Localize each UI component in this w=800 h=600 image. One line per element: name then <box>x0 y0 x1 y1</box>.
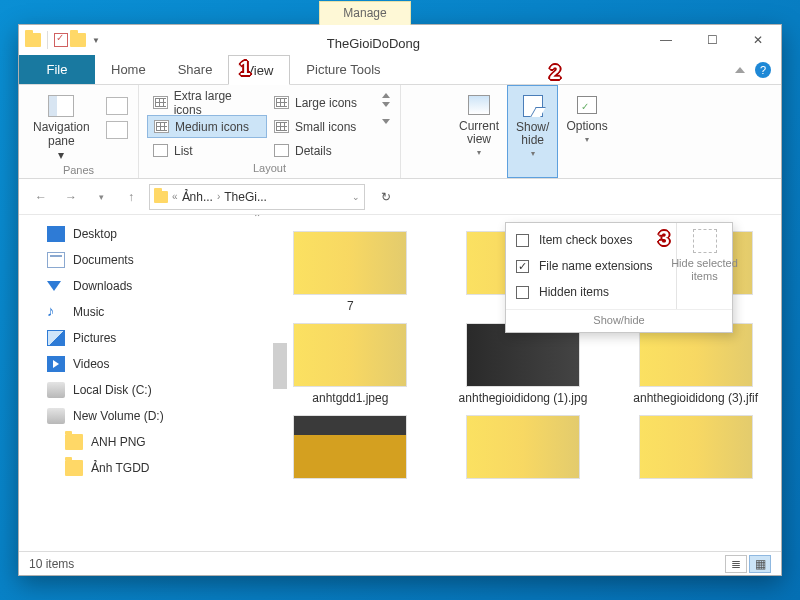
sidebar-item-documents[interactable]: Documents <box>43 247 264 273</box>
show-hide-button[interactable]: Show/ hide ▾ <box>507 85 558 178</box>
current-view-icon <box>467 93 491 117</box>
address-folder-icon <box>154 191 168 203</box>
collapse-ribbon-icon[interactable] <box>735 67 745 73</box>
layout-scroll-up-icon[interactable] <box>382 93 390 98</box>
sidebar-item-videos[interactable]: Videos <box>43 351 264 377</box>
current-view-button[interactable]: Current view ▾ <box>451 85 507 178</box>
address-bar[interactable]: « Ảnh... › TheGi... ⌄ <box>149 184 365 210</box>
sidebar-item-downloads[interactable]: Downloads <box>43 273 264 299</box>
sidebar-item-pictures[interactable]: Pictures <box>43 325 264 351</box>
file-item[interactable] <box>452 415 595 479</box>
view-thumbs-button[interactable]: ▦ <box>749 555 771 573</box>
show-hide-dropdown: Item check boxes ✓File name extensions H… <box>505 222 733 333</box>
callout-3: 3 <box>651 224 677 254</box>
layout-more-icon[interactable] <box>382 119 390 124</box>
file-item[interactable]: anhthegioididong (1).jpg <box>452 323 595 405</box>
help-icon[interactable]: ? <box>755 62 771 78</box>
options-button[interactable]: ✓ Options ▾ <box>558 85 615 178</box>
tab-file[interactable]: File <box>19 55 95 84</box>
details-pane-icon[interactable] <box>106 121 128 139</box>
refresh-button[interactable]: ↻ <box>371 184 401 210</box>
sidebar-item-newvolume[interactable]: New Volume (D:) <box>43 403 264 429</box>
download-icon <box>47 278 65 294</box>
qat-properties-icon[interactable] <box>54 33 68 47</box>
layout-medium[interactable]: Medium icons <box>147 115 267 138</box>
layout-scroll-down-icon[interactable] <box>382 102 390 107</box>
up-button[interactable]: ↑ <box>119 185 143 209</box>
tab-home[interactable]: Home <box>95 55 162 84</box>
window-title: TheGioiDoDong <box>104 30 643 51</box>
group-label-panes: Panes <box>27 164 130 178</box>
breadcrumb-seg[interactable]: TheGi... <box>224 190 267 204</box>
recent-dropdown[interactable]: ▾ <box>89 185 113 209</box>
show-hide-icon <box>521 94 545 118</box>
navigation-pane-button[interactable]: Navigation pane ▾ <box>27 93 96 164</box>
sidebar-scroll-up-icon[interactable]: ⌃ <box>250 215 264 227</box>
sidebar-item-music[interactable]: ♪Music <box>43 299 264 325</box>
minimize-button[interactable]: — <box>643 25 689 55</box>
sidebar-item-desktop[interactable]: Desktop <box>43 221 264 247</box>
preview-pane-icon[interactable] <box>106 97 128 115</box>
navigation-tree: ⌃ Desktop Documents Downloads ♪Music Pic… <box>19 215 265 555</box>
layout-list[interactable]: List <box>147 139 267 162</box>
view-details-button[interactable]: ≣ <box>725 555 747 573</box>
hide-selected-button[interactable]: Hide selected items <box>676 223 732 309</box>
file-item[interactable] <box>624 415 767 479</box>
callout-2: 2 <box>542 58 568 88</box>
file-item[interactable]: anhthegioididong (3).jfif <box>624 323 767 405</box>
tab-share[interactable]: Share <box>162 55 229 84</box>
sidebar-item-anhpng[interactable]: ANH PNG <box>43 429 264 455</box>
layout-large[interactable]: Large icons <box>268 91 378 114</box>
ribbon-label: Navigation pane <box>33 120 90 148</box>
sidebar-scrollbar-thumb[interactable] <box>273 343 287 389</box>
status-item-count: 10 items <box>29 557 74 571</box>
layout-xlarge[interactable]: Extra large icons <box>147 91 267 114</box>
maximize-button[interactable]: ☐ <box>689 25 735 55</box>
breadcrumb-seg[interactable]: Ảnh... <box>182 190 213 204</box>
manage-context-tab[interactable]: Manage <box>319 1 411 25</box>
qat-dropdown-icon[interactable]: ▼ <box>88 36 104 45</box>
layout-small[interactable]: Small icons <box>268 115 378 138</box>
file-item[interactable] <box>279 415 422 479</box>
tab-picture-tools[interactable]: Picture Tools <box>290 55 396 84</box>
options-icon: ✓ <box>575 93 599 117</box>
close-button[interactable]: ✕ <box>735 25 781 55</box>
hide-selected-icon <box>693 229 717 253</box>
navigation-pane-icon <box>48 95 74 117</box>
toggle-file-extensions[interactable]: ✓File name extensions <box>506 253 676 279</box>
file-item[interactable]: anhtgdd1.jpeg <box>279 323 422 405</box>
qat-newfolder-icon[interactable] <box>70 33 86 47</box>
sidebar-item-localdisk[interactable]: Local Disk (C:) <box>43 377 264 403</box>
forward-button[interactable]: → <box>59 185 83 209</box>
sidebar-item-anhtgdd[interactable]: Ảnh TGDD <box>43 455 264 481</box>
layout-details[interactable]: Details <box>268 139 378 162</box>
app-folder-icon <box>25 33 41 47</box>
popup-group-label: Show/hide <box>506 309 732 332</box>
toggle-hidden-items[interactable]: Hidden items <box>506 279 676 305</box>
group-label-layout: Layout <box>147 162 392 176</box>
callout-1: 1 <box>232 54 258 84</box>
file-item[interactable]: 7 <box>279 231 422 313</box>
back-button[interactable]: ← <box>29 185 53 209</box>
